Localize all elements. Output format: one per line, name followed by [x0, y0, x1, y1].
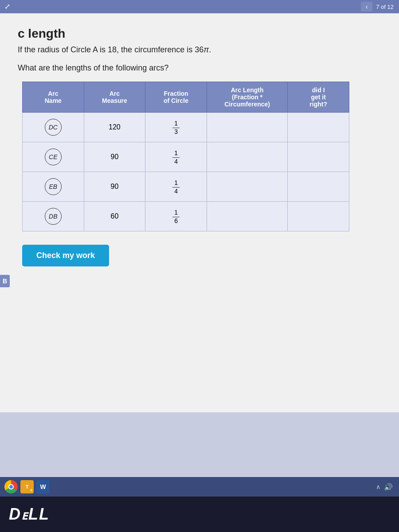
- top-bar: ⤢ ‹ 7 of 12: [0, 0, 399, 13]
- speaker-icon[interactable]: 🔊: [384, 483, 393, 491]
- arc-length-input-cell[interactable]: [207, 172, 288, 202]
- fraction-denominator: 3: [174, 128, 178, 135]
- sidebar-b-label: B: [0, 275, 10, 287]
- correct-cell: [288, 142, 349, 172]
- fraction-denominator: 6: [174, 217, 178, 224]
- check-btn-container: Check my work: [22, 245, 381, 266]
- arc-length-input-cell[interactable]: [207, 202, 288, 231]
- table-row: CE 90 1 4: [23, 142, 349, 172]
- arc-name-label: DB: [45, 208, 62, 225]
- chrome-inner: [8, 484, 14, 489]
- arc-name-cell: DB: [23, 202, 84, 231]
- correct-cell: [288, 202, 349, 231]
- arc-measure-cell: 90: [84, 172, 145, 202]
- fraction-denominator: 4: [174, 188, 178, 195]
- fraction-numerator: 1: [172, 120, 180, 128]
- back-arrow-button[interactable]: ‹: [361, 2, 372, 12]
- taskbar-right-icons: ∧ 🔊: [376, 483, 393, 491]
- word-label: W: [40, 483, 46, 490]
- col-header-arc-name: ArcName: [23, 82, 84, 113]
- main-content: c length If the radius of Circle A is 18…: [0, 13, 399, 412]
- fraction-numerator: 1: [172, 180, 180, 187]
- arc-measure-cell: 120: [84, 113, 145, 142]
- arc-table: ArcName ArcMeasure Fractionof Circle Arc…: [22, 82, 349, 231]
- table-row: DB 60 1 6: [23, 202, 349, 231]
- t2-sub: 2: [31, 488, 32, 492]
- t2-label: T: [26, 484, 29, 489]
- up-arrow-icon[interactable]: ∧: [376, 483, 380, 490]
- fraction-cell: 1 3: [145, 113, 207, 142]
- taskbar: T 2 W ∧ 🔊: [0, 477, 399, 497]
- nav-area: ‹ 7 of 12: [361, 2, 394, 12]
- fraction-cell: 1 4: [145, 172, 207, 202]
- chrome-icon[interactable]: [4, 480, 18, 493]
- fraction-cell: 1 6: [145, 202, 207, 231]
- fraction-display: 1 6: [172, 209, 180, 224]
- circumference-info: If the radius of Circle A is 18, the cir…: [18, 45, 381, 55]
- question-text: What are the lengths of the following ar…: [18, 63, 381, 73]
- page-title: c length: [18, 27, 381, 41]
- fraction-numerator: 1: [172, 209, 180, 217]
- fraction-denominator: 4: [174, 158, 178, 165]
- fraction-display: 1 4: [172, 150, 180, 165]
- fraction-display: 1 4: [172, 180, 180, 195]
- arc-name-label: CE: [45, 149, 62, 165]
- arc-name-cell: CE: [23, 142, 84, 172]
- check-my-work-button[interactable]: Check my work: [22, 245, 109, 266]
- correct-cell: [288, 172, 349, 202]
- page-count: 7 of 12: [376, 4, 394, 10]
- dell-logo: DᴇLL: [9, 505, 50, 524]
- correct-cell: [288, 113, 349, 142]
- table-row: EB 90 1 4: [23, 172, 349, 202]
- arc-name-cell: EB: [23, 172, 84, 202]
- arc-name-cell: DC: [23, 113, 84, 142]
- arc-name-label: EB: [45, 178, 62, 195]
- arc-length-input-cell[interactable]: [207, 142, 288, 172]
- word-icon[interactable]: W: [36, 480, 50, 493]
- table-row: DC 120 1 3: [23, 113, 349, 142]
- fraction-numerator: 1: [172, 150, 180, 157]
- arc-length-input-cell[interactable]: [207, 113, 288, 142]
- expand-icon[interactable]: ⤢: [4, 2, 10, 11]
- col-header-arc-measure: ArcMeasure: [84, 82, 145, 113]
- fraction-display: 1 3: [172, 120, 180, 135]
- arc-name-label: DC: [45, 119, 62, 136]
- dell-bar: DᴇLL: [0, 497, 399, 532]
- arc-measure-cell: 60: [84, 202, 145, 231]
- arc-measure-cell: 90: [84, 142, 145, 172]
- t2-icon[interactable]: T 2: [20, 480, 34, 493]
- col-header-arc-length: Arc Length(Fraction *Circumference): [207, 82, 288, 113]
- col-header-correct: did Iget itright?: [288, 82, 349, 113]
- col-header-fraction: Fractionof Circle: [145, 82, 207, 113]
- taskbar-left: T 2 W: [4, 480, 50, 493]
- fraction-cell: 1 4: [145, 142, 207, 172]
